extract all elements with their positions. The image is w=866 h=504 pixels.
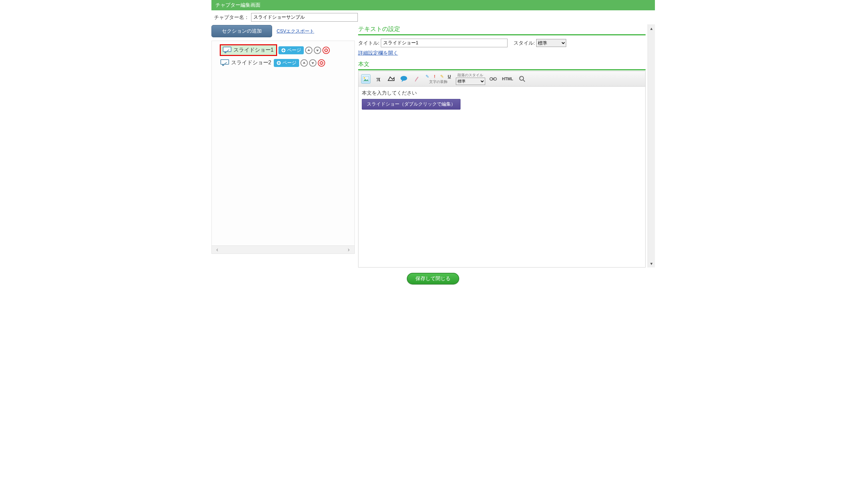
paragraph-style-select[interactable]: 標準	[456, 78, 485, 85]
presentation-icon	[220, 59, 230, 67]
horizontal-scroll-nav: ‹ ›	[212, 245, 354, 253]
move-down-button[interactable]	[314, 47, 321, 54]
move-up-button[interactable]	[305, 47, 312, 54]
paragraph-style-label: 段落のスタイル	[457, 73, 483, 78]
red-pen-icon[interactable]: !	[432, 73, 438, 79]
open-detail-settings-link[interactable]: 詳細設定欄を開く	[358, 50, 398, 56]
page-title: チャプター編集画面	[215, 2, 260, 8]
decoration-label: 文字の装飾	[429, 79, 447, 84]
editor-toolbar: π ✎ !	[358, 71, 645, 87]
svg-line-17	[523, 80, 525, 82]
scroll-down-icon[interactable]: ▾	[650, 261, 653, 266]
text-settings-heading: テキストの設定	[358, 24, 646, 35]
style-label: スタイル:	[513, 40, 535, 46]
insert-shape-icon[interactable]	[387, 74, 396, 84]
rich-text-editor: π ✎ !	[358, 71, 646, 267]
section-label: スライドショー1	[232, 46, 275, 54]
html-source-button[interactable]: HTML	[501, 74, 514, 84]
insert-formula-icon[interactable]: π	[374, 74, 383, 84]
style-select[interactable]: 標準	[536, 39, 566, 47]
insert-link-icon[interactable]	[489, 74, 498, 84]
title-input[interactable]	[381, 39, 508, 47]
add-section-button[interactable]: セクションの追加	[211, 25, 272, 37]
preview-icon[interactable]	[518, 74, 527, 84]
add-page-button[interactable]: ページ	[274, 59, 299, 67]
editor-content-area[interactable]: 本文を入力してください スライドショー（ダブルクリックで編集）	[358, 87, 645, 267]
scroll-up-icon[interactable]: ▴	[650, 26, 653, 31]
move-up-button[interactable]	[300, 59, 308, 67]
add-page-button[interactable]: ページ	[278, 46, 304, 54]
svg-point-12	[400, 76, 407, 81]
chapter-name-label: チャプター名：	[214, 14, 249, 21]
yellow-pen-icon[interactable]: ✎	[439, 73, 445, 79]
insert-comment-icon[interactable]	[399, 74, 409, 84]
section-item[interactable]: スライドショー2 ページ	[212, 57, 354, 68]
delete-button[interactable]	[322, 47, 330, 54]
vertical-scrollbar[interactable]: ▴ ▾	[647, 24, 655, 267]
presentation-icon	[222, 46, 232, 54]
page-title-bar: チャプター編集画面	[211, 0, 655, 10]
save-and-close-button[interactable]: 保存して閉じる	[407, 273, 459, 285]
plus-icon	[276, 61, 281, 65]
scroll-left-icon[interactable]: ‹	[216, 246, 219, 253]
delete-button[interactable]	[318, 59, 325, 67]
editor-placeholder-text: 本文を入力してください	[362, 90, 642, 96]
insert-image-icon[interactable]	[361, 74, 370, 84]
svg-point-11	[364, 77, 365, 79]
title-label: タイトル:	[358, 40, 379, 46]
section-label: スライドショー2	[230, 59, 273, 67]
underline-icon[interactable]: U	[446, 73, 453, 79]
csv-export-link[interactable]: CSVエクスポート	[277, 28, 314, 34]
section-item[interactable]: スライドショー1 ページ	[212, 43, 354, 57]
brush-icon[interactable]	[412, 74, 421, 84]
highlight-pen-icon[interactable]: ✎	[424, 73, 431, 79]
svg-point-16	[520, 76, 523, 80]
plus-icon	[281, 48, 286, 53]
chapter-name-input[interactable]	[251, 13, 358, 22]
body-heading: 本文	[358, 60, 646, 70]
section-list: スライドショー1 ページ	[211, 41, 355, 254]
slideshow-placeholder-chip[interactable]: スライドショー（ダブルクリックで編集）	[362, 99, 460, 110]
scroll-right-icon[interactable]: ›	[348, 246, 350, 253]
move-down-button[interactable]	[309, 59, 317, 67]
